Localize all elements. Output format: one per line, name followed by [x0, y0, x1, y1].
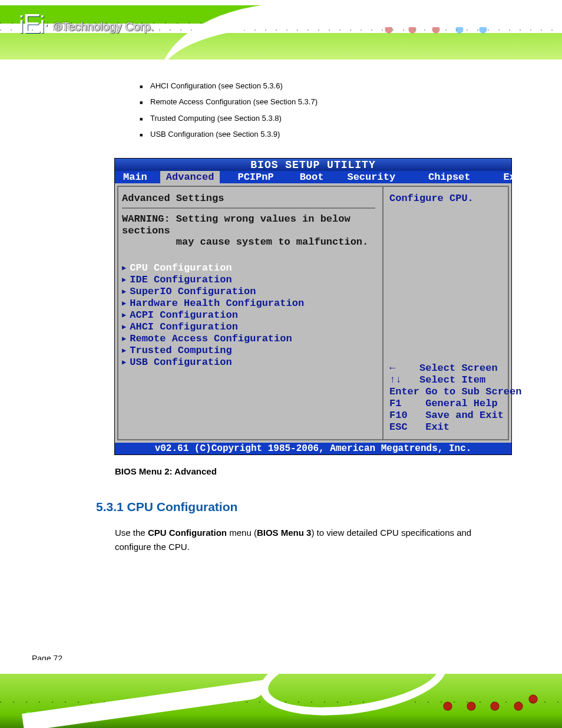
- triangle-icon: ▶: [122, 323, 126, 331]
- bios-menu-trusted[interactable]: ▶ Trusted Computing: [122, 345, 375, 357]
- bios-body: Advanced Settings WARNING: Setting wrong…: [115, 183, 511, 443]
- triangle-icon: ▶: [122, 335, 126, 343]
- triangle-icon: ▶: [122, 347, 126, 355]
- bios-warning-line1: WARNING: Setting wrong values in below s…: [122, 213, 351, 236]
- bios-warning-line2: may cause system to malfunction.: [122, 236, 368, 248]
- body-text: Use the: [115, 528, 148, 538]
- figure-caption: BIOS Menu 2: Advanced: [115, 466, 527, 476]
- bios-menu-usb[interactable]: ▶ USB Configuration: [122, 357, 375, 368]
- bios-tab-advanced[interactable]: Advanced: [160, 171, 220, 183]
- bullet-item: USB Configuration (see Section 5.3.9): [150, 126, 527, 142]
- body-text-bold: CPU Configuration: [148, 528, 227, 538]
- key-hint: F10 Save and Exit: [389, 410, 504, 421]
- triangle-icon: ▶: [122, 288, 126, 296]
- section-title: 5.3.1 CPU Configuration: [96, 500, 527, 514]
- bios-menu-acpi[interactable]: ▶ ACPI Configuration: [122, 309, 375, 321]
- section-body: Use the CPU Configuration menu (BIOS Men…: [115, 526, 510, 554]
- bullet-item: AHCI Configuration (see Section 5.3.6): [150, 78, 527, 94]
- bios-title: BIOS SETUP UTILITY: [115, 159, 511, 171]
- logo-text: ®Technology Corp.: [54, 20, 154, 34]
- header-band: iEi. ®Technology Corp.: [0, 0, 562, 66]
- bios-menu-superio[interactable]: ▶ SuperIO Configuration: [122, 286, 375, 298]
- bios-key-help: ← Select Screen ↑↓ Select Item Enter Go …: [389, 363, 504, 433]
- bios-menu-remote[interactable]: ▶ Remote Access Configuration: [122, 333, 375, 345]
- bios-tab-chipset[interactable]: Chipset: [411, 171, 488, 183]
- bios-menu-label: USB Configuration: [130, 357, 232, 368]
- bios-warning: WARNING: Setting wrong values in below s…: [122, 213, 375, 248]
- bios-menu-ahci[interactable]: ▶ AHCI Configuration: [122, 321, 375, 333]
- key-hint: F1 General Help: [389, 398, 504, 410]
- bios-menu-label: Remote Access Configuration: [130, 333, 292, 345]
- triangle-icon: ▶: [122, 299, 126, 308]
- bios-menu-label: SuperIO Configuration: [130, 286, 256, 298]
- bios-menu-label: AHCI Configuration: [130, 321, 238, 333]
- bios-menu-label: Trusted Computing: [130, 345, 232, 357]
- brand-logo: iEi. ®Technology Corp.: [19, 13, 154, 35]
- key-hint: Enter Go to Sub Screen: [389, 386, 504, 398]
- bullet-item: Remote Access Configuration (see Section…: [150, 94, 527, 110]
- bios-tab-exit[interactable]: Exit: [488, 171, 534, 183]
- key-hint: ↑↓ Select Item: [389, 374, 504, 386]
- bios-footer: v02.61 (C)Copyright 1985-2006, American …: [115, 443, 511, 454]
- key-hint: ESC Exit: [389, 421, 504, 433]
- bios-help-text: Configure CPU.: [389, 193, 504, 204]
- bios-tab-security[interactable]: Security: [335, 171, 411, 183]
- bios-menu-label: IDE Configuration: [130, 274, 232, 286]
- bios-divider: [122, 207, 375, 209]
- triangle-icon: ▶: [122, 264, 126, 272]
- bios-menu-hwhealth[interactable]: ▶ Hardware Health Configuration: [122, 298, 375, 309]
- body-text: menu (: [227, 528, 257, 538]
- bios-menu-label: Hardware Health Configuration: [130, 298, 304, 309]
- footer-band: [0, 660, 562, 728]
- triangle-icon: ▶: [122, 358, 126, 367]
- bios-tab-boot[interactable]: Boot: [285, 171, 336, 183]
- bios-tab-bar: Main Advanced PCIPnP Boot Security Chips…: [115, 171, 511, 183]
- triangle-icon: ▶: [122, 276, 126, 284]
- bios-left-panel: Advanced Settings WARNING: Setting wrong…: [117, 186, 382, 440]
- bios-tab-pcipnp[interactable]: PCIPnP: [220, 171, 284, 183]
- bios-menu-ide[interactable]: ▶ IDE Configuration: [122, 274, 375, 286]
- bullet-item: Trusted Computing (see Section 5.3.8): [150, 110, 527, 126]
- bios-screenshot: BIOS SETUP UTILITY Main Advanced PCIPnP …: [115, 159, 511, 454]
- bios-menu-label: ACPI Configuration: [130, 309, 238, 321]
- bios-right-panel: Configure CPU. ← Select Screen ↑↓ Select…: [382, 186, 509, 440]
- key-hint: ← Select Screen: [389, 363, 504, 374]
- triangle-icon: ▶: [122, 311, 126, 319]
- page-content: AHCI Configuration (see Section 5.3.6) R…: [0, 66, 562, 660]
- body-text-bold: BIOS Menu 3: [257, 528, 312, 538]
- bios-menu-label: CPU Configuration: [130, 262, 232, 274]
- bios-heading: Advanced Settings: [122, 193, 375, 204]
- bios-menu-cpu[interactable]: ▶ CPU Configuration: [122, 262, 375, 274]
- feature-bullets: AHCI Configuration (see Section 5.3.6) R…: [150, 78, 527, 142]
- bios-tab-main[interactable]: Main: [115, 171, 160, 183]
- logo-mark: iEi.: [19, 13, 48, 35]
